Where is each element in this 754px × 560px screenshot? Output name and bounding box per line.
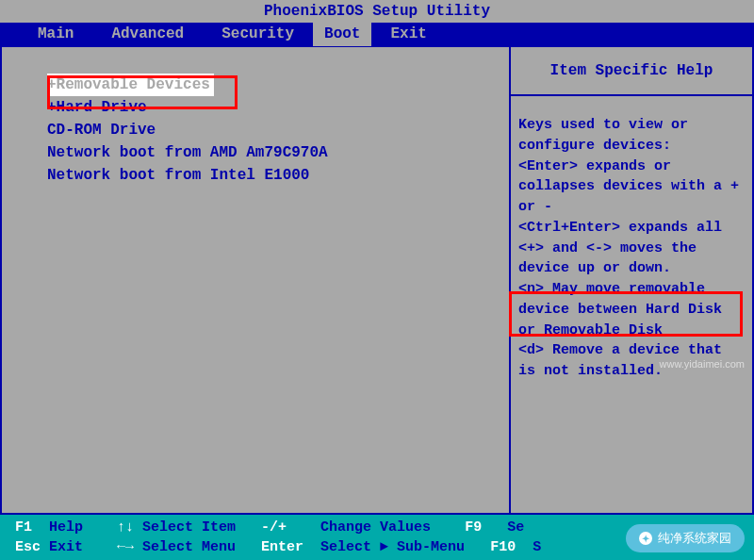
- menu-tab-boot[interactable]: Boot: [313, 22, 371, 46]
- menu-tab-exit[interactable]: Exit: [371, 25, 445, 42]
- footer-label: Select Menu: [142, 537, 261, 557]
- boot-item[interactable]: Network boot from AMD Am79C970A: [47, 144, 328, 161]
- badge-text: 纯净系统家园: [658, 530, 731, 547]
- help-body: Keys used to view or configure devices:<…: [511, 96, 752, 389]
- help-line: <Enter> expands or collapses devices wit…: [518, 156, 745, 218]
- footer-key: F1: [15, 518, 49, 537]
- help-panel: Item Specific Help Keys used to view or …: [511, 47, 752, 513]
- boot-item[interactable]: Network boot from Intel E1000: [47, 167, 309, 184]
- footer-key: Esc: [15, 537, 49, 557]
- footer-key: F10: [490, 537, 533, 557]
- footer-label: Exit: [49, 537, 117, 557]
- footer-label: S: [533, 537, 566, 557]
- footer-label: Select Item: [142, 518, 261, 537]
- footer-label: Select ► Sub-Menu: [320, 537, 490, 557]
- watermark: www.yidaimei.com: [660, 358, 745, 370]
- help-line: Keys used to view or configure devices:: [518, 115, 745, 156]
- menu-bar: MainAdvancedSecurityBootExit: [0, 23, 754, 45]
- footer-label: Se: [507, 518, 558, 537]
- footer-key: Enter: [261, 537, 320, 557]
- help-line: <n> May move removable device between Ha…: [518, 279, 745, 340]
- boot-item[interactable]: +Removable Devices: [47, 74, 214, 96]
- boot-item[interactable]: CD-ROM Drive: [47, 122, 156, 139]
- title-bar: PhoenixBIOS Setup Utility: [0, 0, 754, 23]
- main-area: +Removable Devices+Hard Drive CD-ROM Dri…: [0, 45, 754, 515]
- menu-tab-security[interactable]: Security: [203, 25, 313, 42]
- badge-icon: ✦: [639, 532, 652, 545]
- footer-key: -/+: [261, 518, 320, 537]
- footer-key: F9: [465, 518, 507, 537]
- help-title: Item Specific Help: [511, 47, 752, 96]
- menu-tab-advanced[interactable]: Advanced: [92, 25, 203, 42]
- source-badge: ✦ 纯净系统家园: [626, 524, 745, 552]
- footer-key: ←→: [117, 537, 142, 557]
- footer-label: Help: [49, 518, 117, 537]
- help-line: <Ctrl+Enter> expands all: [518, 218, 745, 239]
- boot-item[interactable]: +Hard Drive: [47, 99, 147, 116]
- footer-key: ↑↓: [117, 518, 142, 537]
- footer-label: Change Values: [320, 518, 465, 537]
- help-line: <+> and <-> moves the device up or down.: [518, 239, 745, 280]
- menu-tab-main[interactable]: Main: [19, 25, 92, 42]
- boot-order-panel: +Removable Devices+Hard Drive CD-ROM Dri…: [2, 47, 511, 513]
